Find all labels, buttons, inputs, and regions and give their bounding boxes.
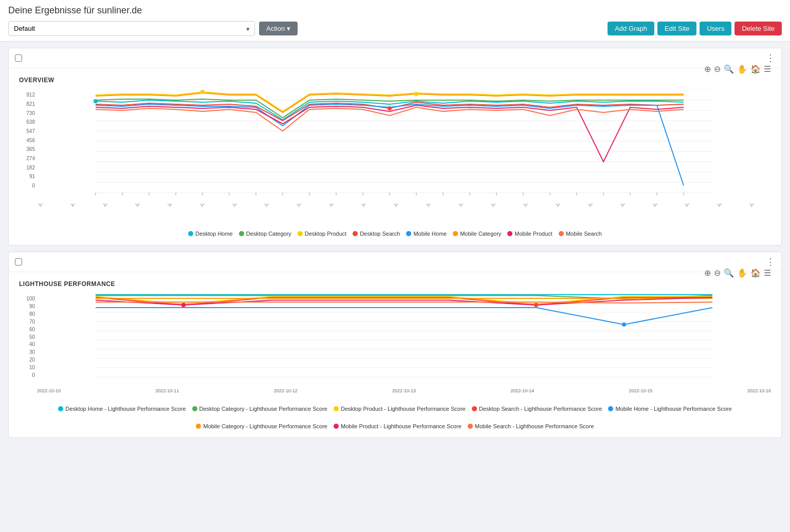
overview-chart-toolbar: ⊕ ⊖ 🔍 ✋ 🏠 ☰ bbox=[704, 64, 771, 74]
lighthouse-checkbox[interactable] bbox=[15, 258, 22, 265]
legend-dot-mobile-home bbox=[406, 231, 411, 236]
page-title: Deine Ergebnisse für sunliner.de bbox=[8, 5, 782, 16]
lighthouse-svg-wrapper: 2022-10-10 2022-10-11 2022-10-12 2022-10… bbox=[37, 294, 771, 393]
lh-legend-label-mobile-product: Mobile Product - Lighthouse Performance … bbox=[341, 423, 462, 429]
legend-item-mobile-category: Mobile Category bbox=[453, 231, 501, 237]
lighthouse-more-icon[interactable]: ⋮ bbox=[766, 256, 775, 268]
line-mobile-product bbox=[96, 105, 684, 162]
action-button[interactable]: Action ▾ bbox=[259, 22, 298, 35]
lh-search-icon[interactable]: 🔍 bbox=[724, 268, 734, 278]
legend-label-mobile-home: Mobile Home bbox=[413, 231, 447, 237]
overview-more-icon[interactable]: ⋮ bbox=[766, 52, 775, 64]
dot bbox=[388, 106, 392, 110]
lh-pan-icon[interactable]: ✋ bbox=[737, 268, 747, 278]
lh-dot bbox=[534, 303, 538, 307]
lh-home-icon[interactable]: 🏠 bbox=[750, 268, 761, 278]
lh-legend-item-desktop-category: Desktop Category - Lighthouse Performanc… bbox=[192, 406, 327, 412]
lh-legend-item-mobile-home: Mobile Home - Lighthouse Performance Sco… bbox=[608, 406, 731, 412]
lh-dot bbox=[622, 322, 626, 327]
lh-line-mobile-home bbox=[96, 308, 712, 325]
right-buttons: Add Graph Edit Site Users Delete Site bbox=[608, 22, 782, 35]
legend-label-desktop-category: Desktop Category bbox=[246, 231, 291, 237]
lh-legend-item-desktop-search: Desktop Search - Lighthouse Performance … bbox=[472, 406, 602, 412]
lighthouse-svg bbox=[37, 294, 771, 386]
overview-svg bbox=[37, 90, 771, 203]
lighthouse-card-topbar: ⋮ bbox=[9, 252, 781, 272]
legend-dot-desktop-product bbox=[298, 231, 303, 236]
lighthouse-card: ⋮ LIGHTHOUSE PERFORMANCE ⊕ ⊖ 🔍 ✋ 🏠 ☰ 0 1… bbox=[8, 252, 782, 438]
line-mobile-search bbox=[96, 107, 684, 131]
zoom-out-icon[interactable]: ⊖ bbox=[714, 64, 721, 74]
legend-item-desktop-product: Desktop Product bbox=[298, 231, 346, 237]
lh-legend-dot-desktop-home bbox=[58, 406, 63, 411]
legend-item-mobile-product: Mobile Product bbox=[507, 231, 552, 237]
toolbar: Default ▾ Action ▾ Add Graph Edit Site U… bbox=[8, 21, 782, 36]
pan-icon[interactable]: ✋ bbox=[737, 64, 747, 74]
lh-legend-item-mobile-search: Mobile Search - Lighthouse Performance S… bbox=[468, 423, 594, 429]
overview-chart-container: OVERVIEW ⊕ ⊖ 🔍 ✋ 🏠 ☰ 0 91 182 274 365 45… bbox=[9, 68, 781, 245]
lh-zoom-out-icon[interactable]: ⊖ bbox=[714, 268, 721, 278]
delete-site-button[interactable]: Delete Site bbox=[734, 22, 782, 35]
lh-legend-dot-mobile-home bbox=[608, 406, 613, 411]
lh-legend-label-mobile-search: Mobile Search - Lighthouse Performance S… bbox=[475, 423, 594, 429]
lh-legend-item-desktop-home: Desktop Home - Lighthouse Performance Sc… bbox=[58, 406, 186, 412]
lighthouse-legend-row2: Mobile Category - Lighthouse Performance… bbox=[19, 418, 771, 433]
legend-dot-mobile-search bbox=[559, 231, 564, 236]
legend-dot-mobile-category bbox=[453, 231, 458, 236]
legend-label-mobile-product: Mobile Product bbox=[515, 231, 552, 237]
overview-chart-title: OVERVIEW bbox=[19, 77, 54, 84]
lh-legend-dot-mobile-category bbox=[196, 424, 201, 429]
overview-card-topbar: ⋮ bbox=[9, 48, 781, 68]
lh-legend-label-desktop-search: Desktop Search - Lighthouse Performance … bbox=[479, 406, 602, 412]
overview-chart-area: 0 91 182 274 365 456 547 638 730 821 912 bbox=[19, 90, 771, 209]
site-select[interactable]: Default bbox=[8, 21, 255, 36]
lh-zoom-in-icon[interactable]: ⊕ bbox=[704, 268, 711, 278]
lh-menu-icon[interactable]: ☰ bbox=[764, 268, 771, 278]
lh-legend-label-desktop-product: Desktop Product - Lighthouse Performance… bbox=[341, 406, 466, 412]
lh-legend-item-mobile-category: Mobile Category - Lighthouse Performance… bbox=[196, 423, 327, 429]
legend-dot-mobile-product bbox=[507, 231, 512, 236]
users-button[interactable]: Users bbox=[700, 22, 731, 35]
legend-label-mobile-category: Mobile Category bbox=[460, 231, 501, 237]
lh-legend-label-mobile-home: Mobile Home - Lighthouse Performance Sco… bbox=[615, 406, 731, 412]
lh-legend-dot-desktop-category bbox=[192, 406, 197, 411]
lh-dot bbox=[181, 303, 186, 307]
overview-y-axis: 0 91 182 274 365 456 547 638 730 821 912 bbox=[19, 90, 37, 209]
lighthouse-chart-container: LIGHTHOUSE PERFORMANCE ⊕ ⊖ 🔍 ✋ 🏠 ☰ 0 10 … bbox=[9, 272, 781, 438]
zoom-in-icon[interactable]: ⊕ bbox=[704, 64, 711, 74]
lh-legend-label-desktop-home: Desktop Home - Lighthouse Performance Sc… bbox=[65, 406, 186, 412]
overview-x-axis: 2022-09-17 2022-09-18 2022-09-19 2022-09… bbox=[37, 204, 771, 209]
page-header: Deine Ergebnisse für sunliner.de Default… bbox=[0, 0, 790, 42]
overview-checkbox[interactable] bbox=[15, 54, 22, 62]
lh-legend-label-mobile-category: Mobile Category - Lighthouse Performance… bbox=[203, 423, 327, 429]
search-icon[interactable]: 🔍 bbox=[724, 64, 734, 74]
dot bbox=[200, 90, 205, 94]
lh-legend-dot-mobile-product bbox=[334, 424, 339, 429]
lh-legend-dot-desktop-product bbox=[334, 406, 339, 411]
lh-legend-label-desktop-category: Desktop Category - Lighthouse Performanc… bbox=[199, 406, 327, 412]
edit-site-button[interactable]: Edit Site bbox=[657, 22, 696, 35]
overview-card: ⋮ OVERVIEW ⊕ ⊖ 🔍 ✋ 🏠 ☰ 0 91 182 274 365 … bbox=[8, 48, 782, 245]
menu-icon[interactable]: ☰ bbox=[764, 64, 771, 74]
add-graph-button[interactable]: Add Graph bbox=[608, 22, 654, 35]
legend-item-desktop-search: Desktop Search bbox=[353, 231, 400, 237]
lh-legend-dot-desktop-search bbox=[472, 406, 477, 411]
lighthouse-chart-area: 0 10 20 30 40 50 60 70 80 90 100 bbox=[19, 294, 771, 393]
legend-label-mobile-search: Mobile Search bbox=[566, 231, 602, 237]
legend-item-desktop-home: Desktop Home bbox=[188, 231, 233, 237]
lh-legend-dot-mobile-search bbox=[468, 424, 473, 429]
legend-item-mobile-home: Mobile Home bbox=[406, 231, 447, 237]
legend-item-desktop-category: Desktop Category bbox=[239, 231, 291, 237]
home-icon[interactable]: 🏠 bbox=[750, 64, 761, 74]
dot bbox=[414, 92, 418, 96]
select-wrapper: Default ▾ bbox=[8, 21, 255, 36]
lighthouse-chart-title: LIGHTHOUSE PERFORMANCE bbox=[19, 280, 115, 288]
overview-svg-wrapper: 2022-09-17 2022-09-18 2022-09-19 2022-09… bbox=[37, 90, 771, 209]
dot bbox=[94, 99, 98, 103]
legend-label-desktop-home: Desktop Home bbox=[195, 231, 233, 237]
lh-legend-item-desktop-product: Desktop Product - Lighthouse Performance… bbox=[334, 406, 466, 412]
legend-item-mobile-search: Mobile Search bbox=[559, 231, 602, 237]
legend-dot-desktop-home bbox=[188, 231, 193, 236]
lh-legend-item-mobile-product: Mobile Product - Lighthouse Performance … bbox=[334, 423, 462, 429]
lighthouse-legend: Desktop Home - Lighthouse Performance Sc… bbox=[19, 401, 771, 416]
